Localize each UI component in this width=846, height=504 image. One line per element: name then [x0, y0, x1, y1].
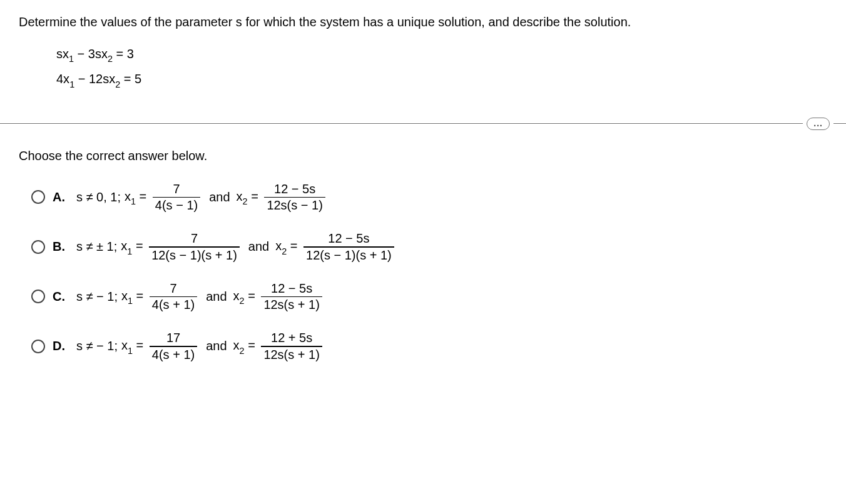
option-d-label: D. [53, 339, 65, 353]
frac-den: 12s(s − 1) [264, 198, 325, 213]
x1-sub: 1 [128, 346, 133, 356]
and-word: and [206, 290, 227, 304]
option-a[interactable]: A. s ≠ 0, 1; x1 = 7 4(s − 1) and x2 = 12… [31, 182, 827, 213]
x2-sub: 2 [240, 346, 245, 356]
eq-sign: = [287, 239, 301, 253]
frac-num: 7 [167, 281, 179, 296]
eq1-sub2: 2 [108, 54, 113, 64]
equation-2: 4x1 − 12sx2 = 5 [56, 67, 827, 92]
eq-sign: = [248, 189, 262, 203]
frac-num: 12 − 5s [272, 182, 318, 196]
radio-c[interactable] [31, 290, 45, 303]
x2-sub: 2 [240, 296, 245, 306]
option-a-condition: s ≠ 0, 1; [76, 190, 121, 204]
option-d-condition: s ≠ − 1; [76, 339, 118, 353]
eq-sign: = [132, 239, 146, 253]
radio-a[interactable] [31, 190, 45, 204]
eq2-rhs: = 5 [120, 72, 141, 86]
and-word: and [206, 339, 227, 353]
answer-options: A. s ≠ 0, 1; x1 = 7 4(s − 1) and x2 = 12… [31, 182, 827, 362]
option-c[interactable]: C. s ≠ − 1; x1 = 7 4(s + 1) and x2 = 12 … [31, 281, 827, 313]
x1-var: x [125, 189, 131, 203]
frac-num: 7 [188, 231, 200, 246]
option-b-label: B. [53, 239, 65, 254]
option-c-frac2: 12 − 5s 12s(s + 1) [261, 281, 322, 313]
frac-den: 4(s + 1) [150, 298, 197, 312]
eq2-sub1: 1 [69, 79, 74, 89]
frac-line [150, 346, 197, 347]
frac-num: 12 − 5s [268, 281, 315, 296]
eq1-term1: sx [56, 47, 69, 61]
x2-sub: 2 [282, 246, 287, 256]
divider: ... [0, 118, 846, 130]
divider-line-right [833, 123, 846, 124]
frac-line [150, 296, 197, 298]
more-options-button[interactable]: ... [807, 118, 830, 130]
option-b-frac1: 7 12(s − 1)(s + 1) [149, 231, 240, 263]
frac-den: 12(s − 1)(s + 1) [303, 248, 394, 263]
eq1-rhs: = 3 [113, 47, 134, 61]
frac-num: 7 [170, 182, 182, 196]
x2-var: x [233, 338, 240, 352]
x2-var: x [233, 289, 240, 303]
option-d[interactable]: D. s ≠ − 1; x1 = 17 4(s + 1) and x2 = 12… [31, 331, 827, 362]
option-a-body: s ≠ 0, 1; x1 = 7 4(s − 1) and x2 = 12 − … [76, 182, 328, 213]
equation-1: sx1 − 3sx2 = 3 [56, 42, 827, 67]
frac-line [303, 246, 394, 248]
eq-sign: = [133, 289, 147, 303]
option-d-body: s ≠ − 1; x1 = 17 4(s + 1) and x2 = 12 + … [76, 331, 325, 362]
frac-den: 12s(s + 1) [261, 298, 322, 312]
x1-var: x [121, 289, 128, 303]
x1-sub: 1 [131, 196, 136, 206]
eq2-term2: − 12sx [74, 72, 115, 86]
system-equations: sx1 − 3sx2 = 3 4x1 − 12sx2 = 5 [56, 42, 827, 93]
eq-sign: = [245, 289, 259, 303]
x1-var: x [121, 338, 128, 352]
x2-var: x [275, 239, 282, 253]
option-d-frac1: 17 4(s + 1) [150, 331, 197, 362]
x1-sub: 1 [127, 246, 132, 256]
eq-sign: = [245, 338, 259, 352]
frac-den: 4(s + 1) [150, 348, 197, 362]
frac-den: 4(s − 1) [153, 198, 200, 213]
frac-line [261, 346, 322, 347]
radio-d[interactable] [31, 340, 45, 353]
option-a-frac1: 7 4(s − 1) [153, 182, 200, 213]
choose-prompt: Choose the correct answer below. [19, 149, 827, 163]
frac-line [264, 197, 325, 198]
x2-sub: 2 [243, 196, 248, 206]
option-d-frac2: 12 + 5s 12s(s + 1) [261, 331, 322, 362]
eq-sign: = [133, 338, 147, 352]
eq1-sub1: 1 [69, 54, 74, 64]
x1-var: x [121, 239, 127, 253]
eq1-term2: − 3sx [74, 47, 108, 61]
option-c-body: s ≠ − 1; x1 = 7 4(s + 1) and x2 = 12 − 5… [76, 281, 325, 313]
option-c-label: C. [53, 290, 65, 304]
eq2-term1: 4x [56, 72, 69, 86]
frac-line [261, 296, 322, 298]
divider-line-left [0, 123, 803, 124]
frac-num: 12 − 5s [325, 231, 372, 246]
question-text: Determine the values of the parameter s … [19, 15, 827, 29]
frac-line [153, 197, 200, 198]
option-b-body: s ≠ ± 1; x1 = 7 12(s − 1)(s + 1) and x2 … [76, 231, 397, 263]
frac-num: 12 + 5s [268, 331, 315, 345]
x2-var: x [237, 189, 243, 203]
option-c-frac1: 7 4(s + 1) [150, 281, 197, 313]
option-a-frac2: 12 − 5s 12s(s − 1) [264, 182, 325, 213]
frac-num: 17 [164, 331, 183, 345]
option-b-frac2: 12 − 5s 12(s − 1)(s + 1) [303, 231, 394, 263]
frac-line [149, 246, 240, 248]
radio-b[interactable] [31, 240, 45, 254]
eq2-sub2: 2 [115, 79, 120, 89]
option-b[interactable]: B. s ≠ ± 1; x1 = 7 12(s − 1)(s + 1) and … [31, 231, 827, 263]
eq-sign: = [136, 189, 150, 203]
option-b-condition: s ≠ ± 1; [76, 239, 117, 254]
x1-sub: 1 [128, 296, 133, 306]
option-a-label: A. [53, 190, 65, 204]
option-c-condition: s ≠ − 1; [76, 290, 118, 304]
and-word: and [209, 190, 230, 204]
frac-den: 12s(s + 1) [261, 348, 322, 362]
and-word: and [248, 239, 269, 254]
frac-den: 12(s − 1)(s + 1) [149, 248, 240, 263]
